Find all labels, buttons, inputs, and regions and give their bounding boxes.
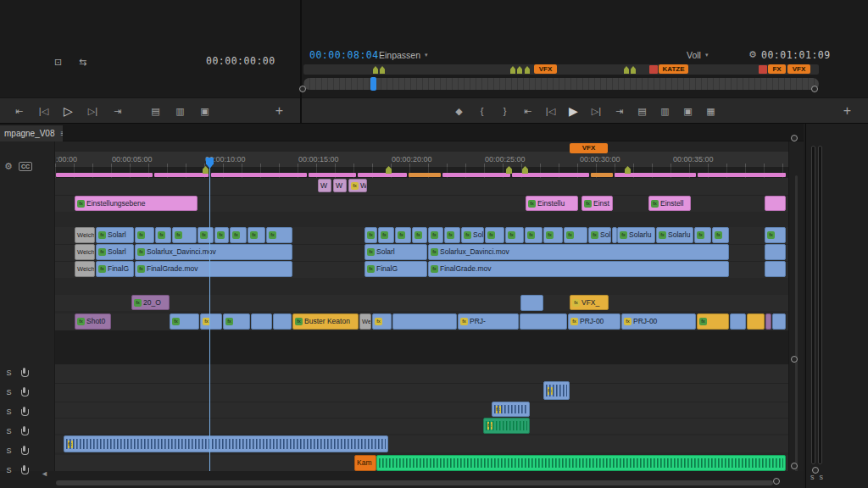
timeline-clip[interactable]: fxSolarl [96, 227, 134, 243]
timeline-clip[interactable]: fx [135, 227, 154, 243]
drag-handles-button[interactable]: ⇆ [77, 50, 88, 74]
timeline-clip[interactable]: fxSolarlux_Davinci.mov [428, 244, 729, 260]
timeline-clip[interactable]: fx [364, 227, 377, 243]
marker-label-tag[interactable]: FX [768, 64, 786, 74]
timeline-clip[interactable]: fxBuster Keaton [292, 313, 359, 330]
audio-track-header[interactable]: S [3, 424, 52, 439]
timeline-clip[interactable]: fx [266, 227, 292, 243]
step-back-button[interactable]: |◁ [545, 99, 556, 123]
insert-button[interactable]: ▤ [150, 99, 161, 123]
timeline-clip[interactable] [251, 313, 272, 330]
timeline-clip[interactable] [765, 196, 786, 211]
timeline-clip[interactable]: fxPRJ-00 [621, 313, 696, 330]
timeline-clip[interactable] [273, 313, 292, 330]
solo-button[interactable]: s [820, 473, 824, 481]
timeline-clip[interactable]: fx [697, 313, 729, 330]
timeline-clip[interactable]: fx [372, 313, 392, 330]
timeline-clip[interactable]: fx [170, 313, 199, 330]
timeline-clip[interactable]: fx [525, 227, 542, 243]
output-settings-button[interactable]: ⊡ [53, 50, 64, 74]
timeline-clip[interactable]: fx [505, 227, 524, 243]
timeline-clip[interactable]: fx [765, 227, 786, 243]
timeline-clip[interactable]: Kam [354, 455, 376, 471]
timeline-clip[interactable]: fx [492, 402, 530, 417]
scrollbar-handle[interactable] [791, 463, 798, 469]
timeline-clip[interactable] [765, 244, 786, 260]
timeline-clip[interactable] [730, 313, 746, 330]
timeline-clip[interactable]: fx [64, 435, 388, 452]
timeline-clip[interactable]: fxFinalG [364, 261, 427, 277]
timeline-clip[interactable] [392, 313, 457, 330]
scrollbar-handle[interactable] [791, 356, 798, 363]
solo-button[interactable]: S [5, 466, 13, 474]
settings-wrench-icon[interactable]: ⚙ [748, 49, 757, 60]
timeline-clip[interactable]: fx [564, 227, 587, 243]
timeline-clip[interactable]: fx [412, 227, 427, 243]
timeline-clip[interactable]: fx [543, 227, 563, 243]
timeline-clip[interactable]: fx [223, 313, 250, 330]
export-frame-button[interactable]: ▣ [682, 99, 693, 123]
timeline-clip[interactable]: fxVFX_ [570, 295, 609, 310]
timeline-clip[interactable]: fxSolarl [364, 244, 427, 260]
timeline-clip[interactable]: fx [230, 227, 247, 243]
step-forward-button[interactable]: ▷| [87, 99, 98, 123]
timeline-clip[interactable]: fx [155, 227, 171, 243]
timeline-clip[interactable]: fxFinalGrade.mov [428, 261, 729, 277]
audio-track-header[interactable]: S [3, 404, 52, 419]
timeline-clip[interactable]: Weich [75, 227, 95, 243]
mic-icon[interactable] [20, 446, 28, 457]
source-button-editor-add[interactable]: + [275, 104, 283, 118]
timeline-clip[interactable]: We [359, 313, 371, 330]
mark-out-button[interactable]: } [499, 99, 510, 123]
timeline-clip[interactable]: fxEinst [581, 196, 613, 211]
timeline-clip[interactable] [765, 261, 786, 277]
timeline-clip[interactable]: fx [444, 227, 460, 243]
solo-button[interactable]: S [5, 427, 13, 435]
audio-track-header[interactable]: S [3, 365, 52, 380]
timeline-clip[interactable]: fxPRJ- [458, 313, 519, 330]
timeline-clip[interactable]: fx [483, 418, 530, 434]
timeline-clip[interactable]: fxWe [348, 179, 367, 192]
panel-menu-icon[interactable]: ≡ [61, 129, 64, 138]
solo-button[interactable]: S [5, 446, 13, 455]
timeline-settings-wrench-icon[interactable]: ⚙ [4, 161, 13, 172]
playhead-line[interactable] [209, 167, 210, 471]
audio-track-header[interactable]: S [3, 463, 52, 478]
timeline-clip[interactable]: fxSolarlu [617, 227, 655, 243]
play-button[interactable]: ▷ [63, 99, 74, 123]
audio-track-header[interactable]: S [3, 443, 52, 458]
solo-button[interactable]: s [810, 473, 815, 481]
overwrite-button[interactable]: ▥ [175, 99, 186, 123]
timeline-clip[interactable]: fxSolar [588, 227, 611, 243]
compare-view-button[interactable]: ▦ [705, 99, 716, 123]
scrollbar-handle[interactable] [811, 86, 818, 92]
timeline-clip[interactable]: W [333, 179, 347, 192]
program-button-editor-add[interactable]: + [843, 104, 851, 118]
scrollbar-handle[interactable] [773, 478, 780, 485]
timeline-vertical-scrollbar[interactable] [788, 141, 804, 488]
mic-icon[interactable] [20, 407, 28, 418]
timeline-clip[interactable] [520, 295, 543, 311]
add-marker-button[interactable]: ◆ [453, 99, 465, 123]
timeline-clip[interactable]: fxFinalGrade.mov [135, 261, 292, 277]
solo-button[interactable]: S [5, 388, 13, 396]
timeline-clip[interactable]: fx [200, 313, 222, 330]
timeline-clip[interactable]: fx [694, 227, 711, 243]
program-scrubber-bar[interactable] [303, 78, 819, 90]
marker-red-icon[interactable] [759, 65, 767, 74]
panel-divider-vertical[interactable] [300, 0, 302, 123]
go-to-in-button[interactable]: ⇤ [14, 99, 25, 123]
sequence-tab[interactable]: mpagne_V08 ≡ [0, 125, 63, 141]
timeline-horizontal-scrollbar[interactable] [56, 480, 773, 485]
timeline-clip[interactable]: fxEinstell [648, 196, 691, 211]
go-to-out-button[interactable]: ⇥ [112, 99, 123, 123]
step-back-button[interactable]: |◁ [38, 99, 49, 123]
timeline-clip[interactable] [376, 455, 786, 471]
program-scrubber-playhead[interactable] [370, 77, 376, 91]
timeline-clip[interactable] [747, 313, 765, 330]
timeline-clip[interactable]: Weich [75, 261, 95, 277]
timeline-clip[interactable]: fx [198, 227, 214, 243]
scrollbar-handle[interactable] [791, 135, 798, 141]
program-current-timecode[interactable]: 00:00:08:04 [309, 49, 379, 61]
timeline-clip[interactable]: fx20_O [131, 295, 170, 310]
